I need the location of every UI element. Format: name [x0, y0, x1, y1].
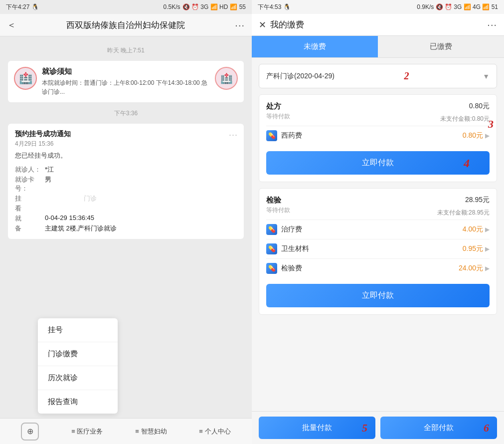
visit-badge-annotation: 2: [404, 70, 409, 82]
back-button[interactable]: ＜: [7, 19, 16, 31]
pay-all-label: 全部付款: [424, 423, 454, 432]
appt-more-button[interactable]: ···: [229, 130, 238, 140]
nav-wisdom[interactable]: ≡ 智慧妇幼: [135, 427, 167, 436]
appointment-container: ··· 预约挂号成功通知 4月29日 15:36 您已经挂号成功。 就诊人： *…: [8, 124, 244, 239]
hygiene-row: 💊 卫生材料 0.95元 ▶: [266, 239, 490, 258]
visit-selector-arrow-icon: ▼: [483, 72, 490, 80]
prescription-amount: 0.80元: [469, 102, 490, 111]
appt-location-label: 备: [15, 224, 45, 233]
appt-date-value: 0-04-29 15:36:45: [45, 214, 94, 223]
hospital-icon: 🏥: [19, 72, 32, 85]
treatment-icon: 💊: [266, 224, 277, 235]
bottom-action-bar: 批量付款 5 全部付款 6: [252, 411, 504, 444]
tab-bar: 未缴费 已缴费: [252, 36, 504, 58]
tab-unpaid[interactable]: 未缴费: [252, 36, 378, 57]
visit-selector-text: 产科门诊(2020-04-29): [266, 72, 335, 81]
right-status-bar: 下午4:53 🐧 0.9K/s 🔇 ⏰ 3G 📶 4G 📶 51: [252, 0, 504, 14]
hospital-card-desc: 本院就诊时间：普通门诊：上午8:00-12:00 下午14:30-18:00 急…: [42, 78, 210, 96]
annotation-5: 5: [362, 422, 367, 435]
exam-fee-amount: 24.00元: [459, 264, 483, 273]
prescription-header: 处方 0.80元: [266, 102, 490, 111]
annotation-6: 6: [484, 422, 489, 435]
exam-fee-icon: 💊: [266, 263, 277, 274]
pay-all-wrapper: 全部付款 6: [380, 417, 497, 439]
pay-now-button-1[interactable]: 立即付款: [266, 151, 490, 175]
exam-fee-amount-wrapper: 24.00元 ▶: [459, 264, 490, 273]
exam-header: 检验 28.95元: [266, 196, 490, 205]
appt-row4: 看: [15, 204, 237, 213]
appt-card-value: 男: [45, 175, 51, 193]
prescription-section: 处方 0.80元 等待付款 未支付金额:0.80元 💊 西药费 0.80元 ▶: [259, 94, 497, 182]
timestamp-afternoon: 下午3:36: [8, 109, 244, 118]
treatment-arrow-icon: ▶: [485, 226, 490, 233]
hospital-avatar: 🏥: [14, 67, 37, 90]
hygiene-arrow-icon: ▶: [485, 245, 490, 252]
nav-profile-label: ≡ 个人中心: [199, 427, 230, 436]
left-nav-title: 西双版纳傣族自治州妇幼保健院: [16, 19, 235, 31]
right-nav-title: 我的缴费: [270, 19, 487, 30]
appt-title: 预约挂号成功通知: [15, 130, 237, 139]
prescription-unpaid: 未支付金额:0.80元: [440, 115, 490, 123]
keyboard-icon: ⊕: [27, 427, 33, 436]
left-status-bar: 下午4:27 🐧 0.5K/s 🔇 ⏰ 3G 📶 HD 📶 55: [0, 0, 252, 14]
exam-fee-name: 检验费: [281, 264, 302, 273]
right-battery: 51: [492, 3, 498, 10]
appt-patient-label: 就诊人：: [15, 165, 45, 174]
prescription-subtitle: 等待付款: [266, 112, 290, 121]
pay-now-button-2[interactable]: 立即付款: [266, 284, 490, 307]
annotation-3: 3: [488, 118, 494, 131]
appt-label4: 看: [15, 204, 45, 213]
menu-item-register[interactable]: 挂号: [38, 318, 118, 342]
batch-pay-wrapper: 批量付款 5: [259, 417, 375, 439]
medicine-arrow-icon: ▶: [485, 132, 490, 139]
pay-now-label-2: 立即付款: [362, 291, 394, 299]
nav-profile[interactable]: ≡ 个人中心: [199, 427, 230, 436]
hospital-card-title: 就诊须知: [42, 67, 210, 76]
close-button[interactable]: ✕: [259, 19, 266, 30]
nav-wisdom-label: ≡ 智慧妇幼: [135, 427, 167, 436]
left-signal: 0.5K/s: [164, 3, 180, 10]
pay-btn-1-wrapper: 立即付款 4: [266, 151, 490, 175]
medicine-amount: 0.80元: [463, 131, 483, 140]
menu-item-payment[interactable]: 门诊缴费: [38, 342, 118, 366]
right-signal: 0.9K/s: [417, 3, 434, 10]
nav-medical[interactable]: ≡ 医疗业务: [71, 427, 103, 436]
batch-pay-button[interactable]: 批量付款: [259, 417, 375, 439]
chat-area: 昨天 晚上7:51 🏥 就诊须知 本院就诊时间：普通门诊：上午8:00-12:0…: [0, 36, 252, 418]
left-nav-bar: ＜ 西双版纳傣族自治州妇幼保健院 ···: [0, 14, 252, 36]
treatment-name: 治疗费: [281, 225, 302, 234]
exam-section: 检验 28.95元 等待付款 未支付金额:28.95元 💊 治疗费 4.00元 …: [259, 188, 497, 315]
left-more-button[interactable]: ···: [235, 19, 245, 31]
hospital-logo-icon: 🏥: [220, 72, 233, 84]
exam-unpaid: 未支付金额:28.95元: [437, 209, 490, 217]
medicine-name: 西药费: [281, 131, 302, 140]
timestamp-yesterday: 昨天 晚上7:51: [8, 46, 244, 55]
right-status-left: 下午4:53 🐧: [258, 3, 291, 11]
left-battery: 55: [239, 3, 246, 10]
right-more-button[interactable]: ···: [487, 19, 497, 30]
appt-card-num-row: 就诊卡号： 男: [15, 175, 237, 193]
nav-medical-label: ≡ 医疗业务: [71, 427, 103, 436]
medicine-amount-wrapper: 0.80元 ▶: [463, 131, 490, 140]
tab-paid-label: 已缴费: [430, 42, 452, 50]
appt-date: 4月29日 15:36: [15, 140, 237, 148]
appt-date-label: 就: [15, 214, 45, 223]
appt-patient-row: 就诊人： *江: [15, 165, 237, 174]
visit-selector[interactable]: 产科门诊(2020-04-29) 2 ▼: [259, 64, 497, 88]
keyboard-button[interactable]: ⊕: [21, 423, 39, 441]
annotation-4: 4: [464, 156, 470, 170]
left-time: 下午4:27: [6, 3, 29, 11]
pay-all-button[interactable]: 全部付款: [380, 417, 497, 439]
hygiene-item-left: 💊 卫生材料: [266, 243, 309, 254]
left-signal-icon: 🔇 ⏰ 3G 📶 HD 📶: [182, 3, 237, 10]
hygiene-name: 卫生材料: [281, 244, 309, 253]
treatment-amount: 4.00元: [463, 225, 483, 234]
menu-item-report[interactable]: 报告查询: [38, 390, 118, 414]
hygiene-amount: 0.95元: [463, 244, 483, 253]
menu-item-history[interactable]: 历次就诊: [38, 366, 118, 390]
appt-value3: 门诊: [45, 194, 97, 203]
hygiene-icon: 💊: [266, 243, 277, 254]
exam-subtitle: 等待付款: [266, 206, 290, 215]
tab-paid[interactable]: 已缴费: [378, 36, 504, 57]
appt-patient-value: *江: [45, 165, 54, 174]
